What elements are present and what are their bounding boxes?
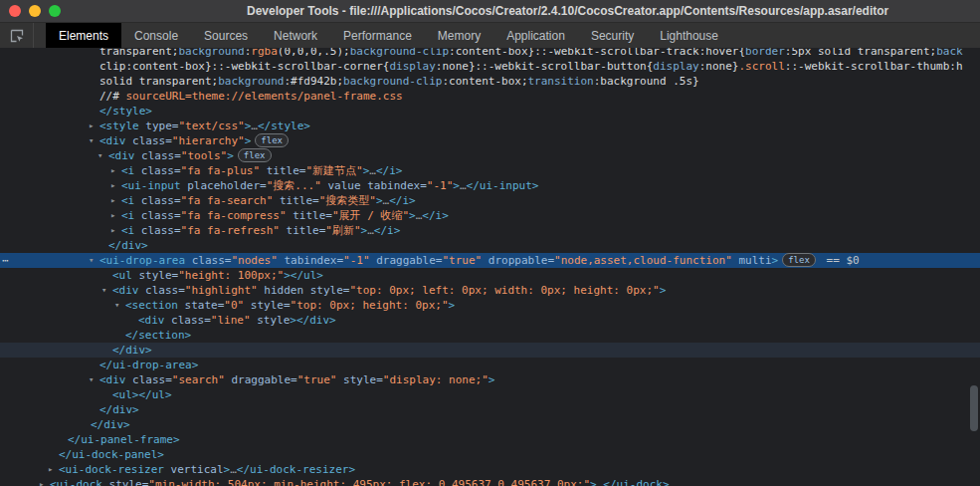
code-token: hidden — [258, 284, 303, 297]
code-token: "fa fa-plus" — [181, 164, 260, 177]
code-token: title= — [260, 164, 305, 177]
code-token: "true" — [297, 373, 337, 386]
dom-tree-node[interactable]: ▾<div class="search" draggable="true" st… — [0, 372, 980, 387]
code-token: … — [460, 179, 467, 192]
expand-arrow-icon[interactable]: ▸ — [110, 178, 115, 193]
dom-tree-node[interactable]: </ui-panel-frame> — [0, 432, 980, 447]
dom-tree-node[interactable]: </ui-dock-panel> — [0, 447, 980, 462]
tab-console[interactable]: Console — [121, 23, 191, 48]
code-token: <div — [112, 284, 139, 297]
dom-tree-node[interactable]: </div> — [0, 402, 980, 417]
expand-arrow-icon[interactable]: ▸ — [39, 477, 44, 486]
tab-network[interactable]: Network — [261, 23, 330, 48]
tab-memory[interactable]: Memory — [425, 23, 493, 48]
collapse-arrow-icon[interactable]: ▾ — [89, 372, 94, 387]
dom-tree-node[interactable]: ▸<i class="fa fa-search" title="搜索类型">…<… — [0, 193, 980, 208]
code-token: class= — [134, 194, 180, 207]
inspect-element-button[interactable] — [0, 23, 34, 48]
dom-tree-node[interactable]: ▸<i class="fa fa-plus" title="新建节点">…</i… — [0, 163, 980, 178]
tab-performance[interactable]: Performance — [330, 23, 425, 48]
code-token: "tools" — [181, 149, 227, 162]
dom-tree-node[interactable]: </ui-drop-area> — [0, 358, 980, 372]
devtools-window: Developer Tools - file:///Applications/C… — [0, 0, 980, 486]
collapse-arrow-icon[interactable]: ▾ — [89, 253, 94, 268]
tab-elements[interactable]: Elements — [46, 23, 121, 48]
dom-tree-node[interactable]: </div> — [0, 343, 980, 358]
code-token: display — [389, 60, 435, 73]
code-token: </i> — [422, 209, 449, 222]
tab-lighthouse[interactable]: Lighthouse — [647, 23, 731, 48]
code-token: > — [660, 284, 667, 297]
code-token: "fa fa-search" — [181, 194, 274, 207]
code-token: </ui-panel-frame> — [68, 433, 180, 446]
flex-badge[interactable]: flex — [782, 253, 816, 267]
dom-tree-node[interactable]: </div> — [0, 417, 980, 432]
code-token: "刷新" — [325, 224, 360, 237]
dom-tree-node[interactable]: //# sourceURL=theme://elements/panel-fra… — [0, 89, 980, 104]
dom-tree-node[interactable]: ▾<div class="hierarchy">flex — [0, 133, 980, 148]
expand-arrow-icon[interactable]: ▸ — [89, 119, 94, 133]
dom-tree-node[interactable]: ▸<i class="fa fa-refresh" title="刷新">…</… — [0, 223, 980, 238]
collapse-arrow-icon[interactable]: ▾ — [114, 298, 119, 313]
tab-sources[interactable]: Sources — [191, 23, 261, 48]
dom-tree-node[interactable]: ⋯▾<ui-drop-area class="nodes" tabindex="… — [0, 253, 980, 268]
dom-tree-node[interactable]: ▾<section state="0" style="top: 0px; hei… — [0, 298, 980, 313]
code-token: </i> — [376, 164, 403, 177]
dom-tree-node[interactable]: <ul style="height: 100px;"></ul> — [0, 268, 980, 283]
tab-security[interactable]: Security — [578, 23, 647, 48]
flex-badge[interactable]: flex — [255, 133, 289, 147]
dom-tree-node[interactable]: <ul></ul> — [0, 387, 980, 402]
code-token: transition — [528, 75, 594, 88]
code-token: style= — [336, 373, 382, 386]
dom-tree-node[interactable]: ▸<ui-input placeholder="搜索..." value tab… — [0, 178, 980, 193]
gutter-more-icon[interactable]: ⋯ — [2, 253, 10, 268]
dom-tree-node[interactable]: ▾<div class="tools">flex — [0, 148, 980, 163]
code-token: <i — [121, 164, 134, 177]
tab-strip: ElementsConsoleSourcesNetworkPerformance… — [46, 23, 731, 48]
dom-tree-node[interactable]: </style> — [0, 104, 980, 119]
zoom-button[interactable] — [49, 5, 61, 17]
code-token: <ui-drop-area — [99, 254, 185, 267]
flex-badge[interactable]: flex — [238, 148, 272, 162]
code-token: </ul> — [291, 269, 323, 282]
collapse-arrow-icon[interactable]: ▾ — [101, 283, 106, 298]
expand-arrow-icon[interactable]: ▸ — [110, 208, 115, 223]
code-token: </style> — [258, 120, 310, 132]
code-token: <ul — [112, 269, 132, 282]
code-token: title= — [280, 224, 325, 237]
code-token: <ul> — [112, 388, 139, 401]
code-token: //# — [99, 90, 126, 103]
code-token: "fa fa-refresh" — [181, 224, 280, 237]
dom-tree-node[interactable]: ▸<ui-dock-resizer vertical>…</ui-dock-re… — [0, 462, 980, 477]
vertical-scrollbar-thumb[interactable] — [970, 385, 978, 431]
dom-tree-node[interactable]: clip:content-box}::-webkit-scrollbar-cor… — [0, 59, 980, 74]
expand-arrow-icon[interactable]: ▸ — [48, 462, 53, 477]
collapse-arrow-icon[interactable]: ▾ — [98, 148, 102, 163]
code-token: > — [376, 194, 383, 207]
dom-tree-node[interactable]: ▾<div class="highlight" hidden style="to… — [0, 283, 980, 298]
close-button[interactable] — [9, 5, 21, 17]
code-token: <style — [99, 120, 139, 132]
expand-arrow-icon[interactable]: ▸ — [110, 223, 115, 238]
code-token: <ui-dock — [50, 478, 102, 486]
tab-application[interactable]: Application — [493, 23, 578, 48]
code-token: tabindex= — [361, 179, 427, 192]
expand-arrow-icon[interactable]: ▸ — [110, 163, 115, 178]
code-token: … — [369, 164, 376, 177]
code-token: == $0 — [820, 254, 860, 267]
code-token: > — [227, 149, 234, 162]
dom-tree-node[interactable]: </section> — [0, 328, 980, 343]
dom-tree-node[interactable]: <div class="line" style></div> — [0, 313, 980, 328]
minimize-button[interactable] — [29, 5, 41, 17]
collapse-arrow-icon[interactable]: ▾ — [89, 133, 94, 148]
dom-tree-node[interactable]: ▸<ui-dock style="min-width: 504px; min-h… — [0, 477, 980, 486]
code-token: ::-webkit-scrollbar-thumb:h — [785, 60, 963, 73]
code-token: type= — [139, 120, 179, 132]
dom-tree-node[interactable]: ▸<i class="fa fa-compress" title="展开 / 收… — [0, 208, 980, 223]
dom-tree-node[interactable]: solid transparent;background:#fd942b;bac… — [0, 74, 980, 89]
expand-arrow-icon[interactable]: ▸ — [110, 193, 115, 208]
code-token: class= — [134, 164, 180, 177]
dom-tree-node[interactable]: ▸<style type="text/css">…</style> — [0, 119, 980, 133]
code-token: class= — [126, 373, 172, 386]
dom-tree-node[interactable]: </div> — [0, 238, 980, 253]
